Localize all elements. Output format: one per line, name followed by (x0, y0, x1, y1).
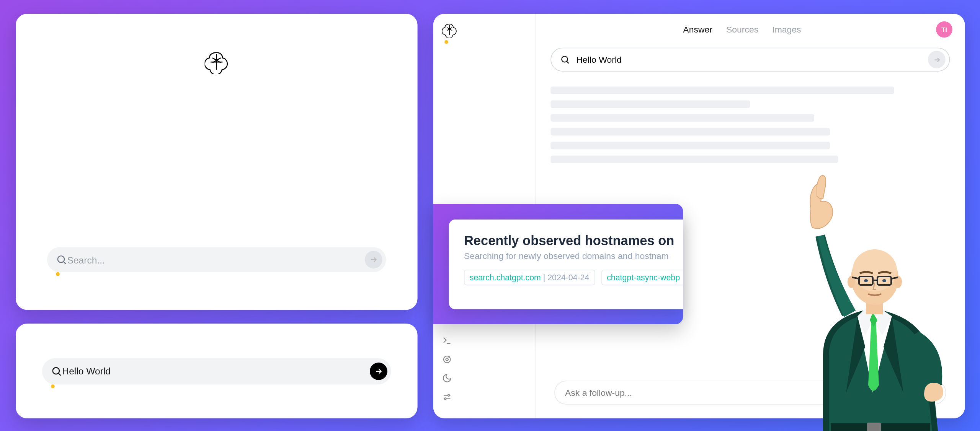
app-logo (16, 50, 418, 74)
search-pill[interactable] (47, 247, 386, 272)
search-input[interactable] (577, 55, 922, 65)
card-title: Recently observed hostnames on (464, 233, 668, 248)
moon-icon[interactable] (442, 373, 452, 383)
loading-skeleton (550, 86, 950, 163)
app-logo-small[interactable] (442, 23, 526, 37)
chips-row: search.chatgpt.com | 2024-04-24 chatgpt-… (464, 270, 668, 285)
svg-point-0 (58, 256, 64, 262)
svg-point-15 (882, 279, 886, 282)
search-pill[interactable] (42, 358, 391, 384)
submit-button[interactable] (370, 362, 387, 380)
search-icon (560, 55, 570, 65)
panel-empty-search (16, 14, 418, 310)
avatar[interactable]: TI (936, 21, 952, 38)
character-illustration (766, 156, 980, 431)
chip-date: 2024-04-24 (547, 273, 589, 282)
indicator-dot (56, 272, 60, 276)
svg-point-1 (53, 367, 59, 374)
search-icon (51, 365, 62, 377)
svg-point-4 (448, 395, 449, 396)
tab-answer[interactable]: Answer (683, 24, 712, 34)
svg-point-5 (444, 398, 446, 399)
host-chip[interactable]: chatgpt-async-webp (601, 270, 683, 285)
host-chip[interactable]: search.chatgpt.com | 2024-04-24 (464, 270, 595, 285)
submit-button[interactable] (928, 51, 946, 68)
search-input[interactable] (67, 254, 364, 265)
tab-images[interactable]: Images (772, 24, 801, 34)
tab-sources[interactable]: Sources (726, 24, 758, 34)
hostnames-card: Recently observed hostnames on Searching… (433, 204, 683, 324)
search-bar[interactable] (550, 48, 950, 72)
submit-button[interactable] (365, 251, 382, 268)
svg-point-14 (864, 279, 868, 282)
target-icon[interactable] (442, 355, 452, 364)
terminal-icon[interactable] (442, 335, 452, 345)
search-icon (56, 254, 67, 265)
sliders-icon[interactable] (442, 392, 452, 402)
tabs: Answer Sources Images (683, 24, 801, 34)
chip-hostname: chatgpt-async-webp (607, 273, 680, 282)
card-subtitle: Searching for newly observed domains and… (464, 251, 668, 261)
svg-point-6 (562, 56, 567, 62)
indicator-dot (444, 40, 448, 44)
search-input[interactable] (62, 366, 370, 376)
top-bar: Answer Sources Images TI (536, 14, 965, 45)
svg-rect-18 (867, 423, 881, 431)
panel-filled-search (16, 324, 418, 418)
indicator-dot (51, 384, 55, 388)
chip-hostname: search.chatgpt.com (470, 273, 541, 282)
svg-point-3 (446, 358, 448, 361)
